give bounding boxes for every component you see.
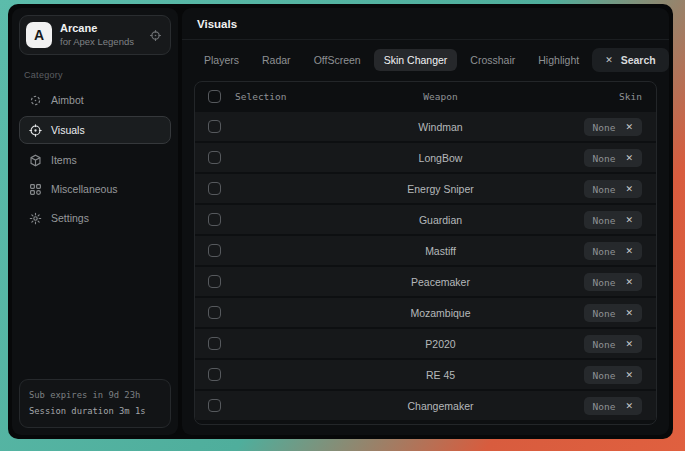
skin-badge[interactable]: None ✕ [584, 397, 642, 415]
app-subtitle: for Apex Legends [60, 36, 134, 48]
weapon-name: Energy Sniper [355, 183, 526, 195]
table-row-guardian: Guardian None ✕ [195, 205, 656, 234]
skin-badge[interactable]: None ✕ [584, 335, 642, 353]
table-row-windman: Windman None ✕ [195, 112, 656, 141]
row-checkbox[interactable] [208, 337, 221, 350]
app-logo: A [26, 22, 52, 48]
app-window: A Arcane for Apex Legends Category Aimbo… [8, 4, 673, 439]
main-panel: Visuals Players Radar OffScreen Skin Cha… [182, 8, 669, 435]
sidebar-item-visuals[interactable]: Visuals [19, 116, 171, 144]
tab-crosshair[interactable]: Crosshair [460, 49, 525, 71]
tab-players[interactable]: Players [194, 49, 249, 71]
row-checkbox[interactable] [208, 244, 221, 257]
search-button[interactable]: ✕ Search [592, 48, 669, 72]
skin-value: None [593, 246, 616, 257]
skin-value: None [593, 308, 616, 319]
table-row-changemaker: Changemaker None ✕ [195, 391, 656, 420]
table-row-re-45: RE 45 None ✕ [195, 360, 656, 389]
row-checkbox[interactable] [208, 275, 221, 288]
tab-bar: Players Radar OffScreen Skin Changer Cro… [182, 40, 669, 78]
x-icon[interactable]: ✕ [625, 123, 633, 132]
nav-icon [29, 154, 42, 167]
table-row-p2020: P2020 None ✕ [195, 329, 656, 358]
skin-badge[interactable]: None ✕ [584, 273, 642, 291]
x-icon[interactable]: ✕ [625, 185, 633, 194]
sidebar-item-label: Miscellaneous [51, 183, 118, 195]
session-duration-text: Session duration 3m 1s [29, 404, 161, 419]
row-checkbox[interactable] [208, 399, 221, 412]
weapon-name: Windman [355, 121, 526, 133]
page-title: Visuals [197, 18, 654, 30]
skin-badge[interactable]: None ✕ [584, 118, 642, 136]
table-row-longbow: LongBow None ✕ [195, 143, 656, 172]
sidebar-item-miscellaneous[interactable]: Miscellaneous [19, 176, 171, 202]
row-checkbox[interactable] [208, 306, 221, 319]
tab-highlight[interactable]: Highlight [528, 49, 589, 71]
sidebar-item-settings[interactable]: Settings [19, 205, 171, 231]
table-body: Windman None ✕ LongBow [195, 110, 656, 420]
x-icon[interactable]: ✕ [625, 402, 633, 411]
skin-badge[interactable]: None ✕ [584, 304, 642, 322]
skin-badge[interactable]: None ✕ [584, 211, 642, 229]
sub-expiry-text: Sub expires in 9d 23h [29, 388, 161, 403]
tab-label: Players [204, 54, 239, 66]
skin-badge[interactable]: None ✕ [584, 149, 642, 167]
tab-label: Crosshair [470, 54, 515, 66]
weapon-name: LongBow [355, 152, 526, 164]
x-icon[interactable]: ✕ [625, 371, 633, 380]
row-checkbox[interactable] [208, 368, 221, 381]
x-icon[interactable]: ✕ [625, 247, 633, 256]
skin-value: None [593, 184, 616, 195]
column-header-skin: Skin [526, 91, 656, 102]
x-icon[interactable]: ✕ [625, 309, 633, 318]
app-identity-card: A Arcane for Apex Legends [19, 15, 171, 55]
skin-value: None [593, 401, 616, 412]
sidebar-item-aimbot[interactable]: Aimbot [19, 87, 171, 113]
row-checkbox[interactable] [208, 120, 221, 133]
skin-value: None [593, 370, 616, 381]
weapon-name: Mozambique [355, 307, 526, 319]
select-all-checkbox[interactable] [208, 90, 221, 103]
weapon-name: Changemaker [355, 400, 526, 412]
skin-badge[interactable]: None ✕ [584, 180, 642, 198]
x-icon[interactable]: ✕ [625, 216, 633, 225]
weapon-name: Guardian [355, 214, 526, 226]
weapon-name: RE 45 [355, 369, 526, 381]
skin-value: None [593, 215, 616, 226]
skin-value: None [593, 277, 616, 288]
search-button-label: Search [621, 54, 656, 66]
skin-badge[interactable]: None ✕ [584, 242, 642, 260]
row-checkbox[interactable] [208, 151, 221, 164]
weapon-name: P2020 [355, 338, 526, 350]
sidebar-nav: Aimbot Visuals Items Miscellaneous Setti… [19, 87, 171, 231]
table-row-peacemaker: Peacemaker None ✕ [195, 267, 656, 296]
tab-offscreen[interactable]: OffScreen [304, 49, 371, 71]
target-icon[interactable] [149, 29, 162, 42]
skin-value: None [593, 339, 616, 350]
skin-value: None [593, 153, 616, 164]
tab-label: Highlight [538, 54, 579, 66]
row-checkbox[interactable] [208, 182, 221, 195]
skin-badge[interactable]: None ✕ [584, 366, 642, 384]
x-icon[interactable]: ✕ [625, 278, 633, 287]
sidebar-item-items[interactable]: Items [19, 147, 171, 173]
tab-label: Skin Changer [384, 54, 448, 66]
x-icon: ✕ [605, 55, 613, 65]
table-row-mozambique: Mozambique None ✕ [195, 298, 656, 327]
weapon-name: Mastiff [355, 245, 526, 257]
table-row-energy-sniper: Energy Sniper None ✕ [195, 174, 656, 203]
sidebar-item-label: Visuals [51, 124, 85, 136]
sidebar-item-label: Settings [51, 212, 89, 224]
tab-radar[interactable]: Radar [252, 49, 301, 71]
main-header: Visuals [182, 8, 669, 40]
tab-label: OffScreen [314, 54, 361, 66]
column-header-weapon: Weapon [355, 91, 526, 102]
skin-table: Selection Weapon Skin Windman None ✕ [194, 81, 657, 425]
table-row-mastiff: Mastiff None ✕ [195, 236, 656, 265]
nav-icon [29, 124, 42, 137]
nav-icon [29, 183, 42, 196]
x-icon[interactable]: ✕ [625, 340, 633, 349]
x-icon[interactable]: ✕ [625, 154, 633, 163]
row-checkbox[interactable] [208, 213, 221, 226]
tab-skin-changer[interactable]: Skin Changer [374, 49, 458, 71]
